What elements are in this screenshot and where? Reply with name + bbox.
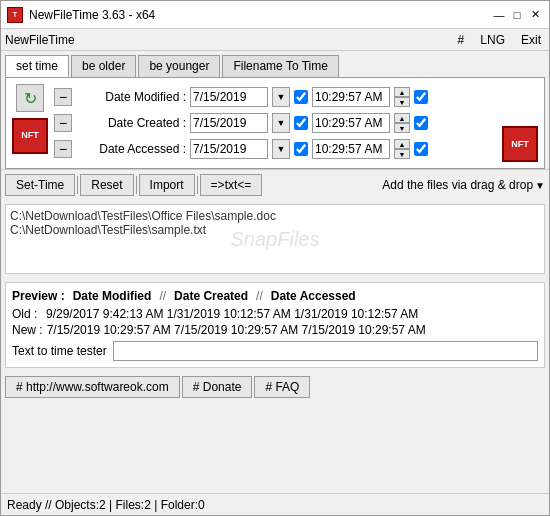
date-modified-input[interactable]	[190, 87, 268, 107]
time-modified-down[interactable]: ▼	[394, 97, 410, 107]
preview-col2: Date Created	[174, 289, 248, 303]
date-created-input[interactable]	[190, 113, 268, 133]
refresh-button[interactable]: ↻	[16, 84, 44, 112]
action-bar: Set-Time Reset Import =>txt<= Add the fi…	[1, 169, 549, 200]
preview-col1: Date Modified	[73, 289, 152, 303]
bottom-links: # http://www.softwareok.com # Donate # F…	[1, 372, 549, 402]
window-controls: — □ ✕	[491, 7, 543, 23]
date-accessed-row: − Date Accessed : ▼ ▲ ▼	[54, 136, 496, 162]
date-created-row: − Date Created : ▼ ▲ ▼	[54, 110, 496, 136]
set-time-button[interactable]: Set-Time	[5, 174, 75, 196]
tab-be-younger[interactable]: be younger	[138, 55, 220, 77]
date-modified-dropdown[interactable]: ▼	[272, 87, 290, 107]
link-website[interactable]: # http://www.softwareok.com	[5, 376, 180, 398]
time-created-up[interactable]: ▲	[394, 113, 410, 123]
convert-button[interactable]: =>txt<=	[200, 174, 263, 196]
tab-filename-to-time[interactable]: Filename To Time	[222, 55, 338, 77]
date-created-check1[interactable]	[294, 116, 308, 130]
new-values: 7/15/2019 10:29:57 AM 7/15/2019 10:29:57…	[47, 323, 426, 337]
file-line-2: C:\NetDownload\TestFiles\sample.txt	[10, 223, 540, 237]
status-bar: Ready // Objects:2 | Files:2 | Folder:0	[1, 493, 549, 515]
minimize-button[interactable]: —	[491, 7, 507, 23]
preview-col3: Date Accessed	[271, 289, 356, 303]
time-created-spin: ▲ ▼	[394, 113, 410, 133]
reset-button[interactable]: Reset	[80, 174, 133, 196]
text-tester-row: Text to time tester	[12, 341, 538, 361]
date-modified-check2[interactable]	[414, 90, 428, 104]
date-created-dropdown[interactable]: ▼	[272, 113, 290, 133]
import-button[interactable]: Import	[139, 174, 195, 196]
date-accessed-input[interactable]	[190, 139, 268, 159]
time-modified-input[interactable]	[312, 87, 390, 107]
link-donate[interactable]: # Donate	[182, 376, 253, 398]
tabs-bar: set time be older be younger Filename To…	[1, 51, 549, 77]
minus-modified-btn[interactable]: −	[54, 88, 72, 106]
file-line-1: C:\NetDownload\TestFiles\Office Files\sa…	[10, 209, 540, 223]
time-modified-up[interactable]: ▲	[394, 87, 410, 97]
time-accessed-down[interactable]: ▼	[394, 149, 410, 159]
sep2	[136, 176, 137, 194]
maximize-button[interactable]: □	[509, 7, 525, 23]
preview-new-row: New : 7/15/2019 10:29:57 AM 7/15/2019 10…	[12, 323, 538, 337]
minus-created-btn[interactable]: −	[54, 114, 72, 132]
time-accessed-input[interactable]	[312, 139, 390, 159]
app-name-label: NewFileTime	[5, 33, 454, 47]
app-icon: T	[7, 7, 23, 23]
drag-drop-arrow-icon: ▼	[535, 180, 545, 191]
preview-old-row: Old : 9/29/2017 9:42:13 AM 1/31/2019 10:…	[12, 307, 538, 321]
sep1	[77, 176, 78, 194]
drag-drop-hint: Add the files via drag & drop ▼	[382, 178, 545, 192]
preview-area: Preview : Date Modified // Date Created …	[5, 282, 545, 368]
date-accessed-label: Date Accessed :	[76, 142, 186, 156]
content-area: ↻ NFT − Date Modified : ▼ ▲ ▼	[5, 77, 545, 169]
preview-label: Preview :	[12, 289, 65, 303]
time-created-input[interactable]	[312, 113, 390, 133]
window-title: NewFileTime 3.63 - x64	[29, 8, 491, 22]
minus-accessed-btn[interactable]: −	[54, 140, 72, 158]
text-tester-input[interactable]	[113, 341, 538, 361]
date-modified-check1[interactable]	[294, 90, 308, 104]
time-modified-spin: ▲ ▼	[394, 87, 410, 107]
time-accessed-spin: ▲ ▼	[394, 139, 410, 159]
title-bar: T NewFileTime 3.63 - x64 — □ ✕	[1, 1, 549, 29]
text-tester-label: Text to time tester	[12, 344, 107, 358]
date-modified-row: − Date Modified : ▼ ▲ ▼	[54, 84, 496, 110]
preview-sep1: //	[159, 289, 166, 303]
time-created-down[interactable]: ▼	[394, 123, 410, 133]
menu-bar: NewFileTime # LNG Exit	[1, 29, 549, 51]
time-accessed-up[interactable]: ▲	[394, 139, 410, 149]
menu-lng[interactable]: LNG	[476, 32, 509, 48]
main-window: T NewFileTime 3.63 - x64 — □ ✕ NewFileTi…	[0, 0, 550, 516]
date-modified-label: Date Modified :	[76, 90, 186, 104]
link-faq[interactable]: # FAQ	[254, 376, 310, 398]
right-icon: NFT	[502, 126, 538, 162]
date-accessed-dropdown[interactable]: ▼	[272, 139, 290, 159]
date-accessed-check2[interactable]	[414, 142, 428, 156]
date-created-label: Date Created :	[76, 116, 186, 130]
tab-be-older[interactable]: be older	[71, 55, 136, 77]
files-area[interactable]: C:\NetDownload\TestFiles\Office Files\sa…	[5, 204, 545, 274]
tab-set-time[interactable]: set time	[5, 55, 69, 77]
close-button[interactable]: ✕	[527, 7, 543, 23]
date-accessed-check1[interactable]	[294, 142, 308, 156]
date-created-check2[interactable]	[414, 116, 428, 130]
menu-exit[interactable]: Exit	[517, 32, 545, 48]
new-label: New :	[12, 323, 43, 337]
preview-header: Preview : Date Modified // Date Created …	[12, 289, 538, 303]
date-rows: − Date Modified : ▼ ▲ ▼ − Date Created :	[54, 84, 496, 162]
menu-hash[interactable]: #	[454, 32, 469, 48]
old-label: Old :	[12, 307, 42, 321]
sep3	[197, 176, 198, 194]
status-text: Ready // Objects:2 | Files:2 | Folder:0	[7, 498, 205, 512]
menu-items: # LNG Exit	[454, 32, 545, 48]
left-icon: NFT	[12, 118, 48, 154]
old-values: 9/29/2017 9:42:13 AM 1/31/2019 10:12:57 …	[46, 307, 418, 321]
date-rows-container: ↻ NFT − Date Modified : ▼ ▲ ▼	[12, 84, 538, 162]
preview-sep2: //	[256, 289, 263, 303]
